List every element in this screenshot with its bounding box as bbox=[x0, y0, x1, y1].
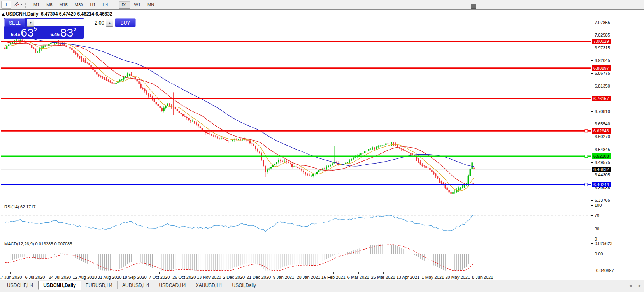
rsi-pane-canvas[interactable] bbox=[1, 203, 591, 239]
date-tick-label: 26 Oct 2020 bbox=[172, 275, 196, 280]
axis-tick-mark bbox=[591, 162, 593, 163]
price-tick-label: 7.07855 bbox=[595, 20, 610, 25]
price-tick-label: 6.81350 bbox=[595, 84, 610, 88]
date-tick-mark bbox=[383, 272, 384, 274]
date-tick-mark bbox=[433, 272, 433, 274]
axis-tick-mark bbox=[591, 124, 593, 124]
price-badge: 6.88897 bbox=[592, 65, 611, 71]
axis-tick-mark bbox=[591, 86, 593, 86]
date-tick-label: 13 Apr 2021 bbox=[397, 275, 419, 280]
timeframe-button-m30[interactable]: M30 bbox=[72, 1, 86, 9]
date-tick-label: 2 Dec 2020 bbox=[223, 275, 245, 280]
chart-tab-xauusd[interactable]: XAUUSD,H1 bbox=[191, 281, 228, 289]
price-badge: 6.76157 bbox=[592, 96, 611, 101]
tab-scroll-right-button[interactable]: ► bbox=[638, 283, 642, 288]
price-tick-label: 6.49575 bbox=[595, 160, 610, 165]
volume-input[interactable] bbox=[34, 19, 106, 26]
price-badge: 6.52108 bbox=[592, 153, 611, 159]
date-tick-mark bbox=[209, 272, 209, 274]
macd-pane-canvas[interactable] bbox=[1, 240, 591, 272]
chevron-down-icon: ▾ bbox=[21, 3, 22, 6]
axis-tick-mark bbox=[591, 271, 593, 271]
axis-tick-mark bbox=[591, 175, 593, 175]
buy-button[interactable]: BUY bbox=[115, 18, 136, 27]
arrow-objects-button[interactable]: ▾ bbox=[12, 1, 23, 9]
timeframe-button-mn[interactable]: MN bbox=[144, 1, 157, 9]
price-badge: 6.46632 bbox=[592, 167, 611, 172]
timeframe-button-h4[interactable]: H4 bbox=[99, 1, 111, 9]
timeframe-toolbar: T ▾ M1M5M15M30H1H4D1W1MN bbox=[0, 0, 644, 9]
price-tick-label: 6.92045 bbox=[595, 58, 610, 63]
timeframe-button-h1[interactable]: H1 bbox=[87, 1, 98, 9]
chart-marker-icon: ▲ bbox=[2, 12, 5, 16]
chart-tab-usdcad[interactable]: USDCAD,H4 bbox=[154, 281, 191, 289]
ohlc-open: 6.47304 bbox=[41, 11, 58, 17]
sell-price-prefix: 6.46 bbox=[11, 32, 20, 38]
tab-scroll-left-button[interactable]: ◄ bbox=[628, 283, 632, 288]
date-tick-mark bbox=[85, 272, 85, 274]
macd-level-label: 0.00 bbox=[595, 252, 603, 256]
price-badge: 6.62646 bbox=[592, 128, 611, 134]
chart-title: USDCNH,Daily 6.47304 6.47420 6.46214 6.4… bbox=[6, 11, 112, 17]
price-tick-label: 6.97315 bbox=[595, 46, 610, 50]
date-tick-mark bbox=[333, 272, 334, 274]
date-tick-mark bbox=[60, 272, 60, 274]
toolbar-grip bbox=[114, 1, 116, 7]
date-tick-label: 18 Sep 2020 bbox=[122, 275, 146, 280]
buy-price-sup: 5 bbox=[73, 24, 76, 34]
chart-tab-usdchf[interactable]: USDCHF,H4 bbox=[2, 281, 38, 289]
date-tick-label: 20 May 2021 bbox=[445, 275, 470, 280]
volume-decrease-button[interactable]: ▼ bbox=[27, 19, 34, 27]
chart-tab-usdcnh[interactable]: USDCNH,Daily bbox=[38, 281, 81, 290]
date-tick-mark bbox=[234, 272, 234, 274]
rsi-level-label: 70 bbox=[595, 213, 599, 218]
price-axis: 7.078557.025856.973156.920456.867756.813… bbox=[591, 10, 644, 280]
chart-tab-eurusd[interactable]: EURUSD,H4 bbox=[81, 281, 118, 289]
volume-increase-button[interactable]: ▲ bbox=[106, 19, 113, 27]
axis-tick-mark bbox=[591, 150, 593, 150]
toolbar-mini-square[interactable] bbox=[471, 4, 476, 9]
price-tick-label: 6.86775 bbox=[595, 71, 610, 76]
axis-tick-mark bbox=[591, 254, 593, 254]
buy-price-display[interactable]: 6.46 83 5 bbox=[44, 28, 83, 38]
price-tick-label: 6.70810 bbox=[595, 109, 610, 114]
timeframe-button-m15[interactable]: M15 bbox=[56, 1, 71, 9]
date-tick-mark bbox=[458, 272, 458, 274]
timeframe-button-w1[interactable]: W1 bbox=[131, 1, 144, 9]
macd-label: MACD(12,26,9) 0.016285 0.007085 bbox=[4, 241, 72, 246]
price-tick-label: 6.44305 bbox=[595, 172, 610, 177]
date-tick-mark bbox=[259, 272, 259, 274]
toolbar-grip bbox=[25, 2, 28, 8]
date-tick-label: 9 Jan 2021 bbox=[273, 275, 294, 280]
date-tick-label: 31 Aug 2020 bbox=[98, 275, 122, 280]
timeframe-button-m5[interactable]: M5 bbox=[43, 1, 55, 9]
date-tick-label: 13 Nov 2020 bbox=[197, 275, 221, 280]
macd-level-label: -0.040687 bbox=[595, 268, 614, 273]
price-pane-canvas[interactable] bbox=[1, 10, 591, 202]
chart-tab-bar: USDCHF,H4USDCNH,DailyEURUSD,H4AUDUSD,H4U… bbox=[0, 280, 644, 292]
sell-price-display[interactable]: 6.46 63 5 bbox=[4, 28, 44, 38]
axis-tick-mark bbox=[591, 243, 593, 244]
date-tick-mark bbox=[184, 272, 184, 274]
price-tick-label: 6.54845 bbox=[595, 147, 610, 152]
axis-tick-mark bbox=[591, 205, 593, 206]
date-axis-separator bbox=[0, 272, 644, 272]
chart-tab-usoil[interactable]: USOil,Daily bbox=[227, 281, 261, 289]
date-tick-mark bbox=[10, 272, 11, 274]
price-badge: 7.00029 bbox=[592, 39, 611, 44]
date-tick-label: 6 Mar 2021 bbox=[347, 275, 369, 280]
date-tick-label: 24 Jul 2020 bbox=[49, 275, 71, 280]
date-tick-mark bbox=[35, 272, 35, 274]
buy-price-big: 83 bbox=[60, 28, 73, 38]
text-tool-button[interactable]: T bbox=[1, 1, 11, 9]
axis-tick-mark bbox=[591, 48, 593, 48]
timeframe-button-d1[interactable]: D1 bbox=[119, 1, 130, 9]
axis-tick-mark bbox=[591, 73, 593, 74]
timeframe-button-m1[interactable]: M1 bbox=[30, 1, 42, 9]
date-tick-label: 16 Feb 2021 bbox=[321, 275, 346, 280]
axis-tick-mark bbox=[591, 60, 593, 61]
chart-tab-audusd[interactable]: AUDUSD,H4 bbox=[118, 281, 154, 289]
arrows-icon bbox=[14, 1, 20, 8]
timeframe-button-group: M1M5M15M30H1H4D1W1MN bbox=[30, 1, 158, 9]
rsi-label: RSI(14) 62.1717 bbox=[4, 204, 36, 209]
